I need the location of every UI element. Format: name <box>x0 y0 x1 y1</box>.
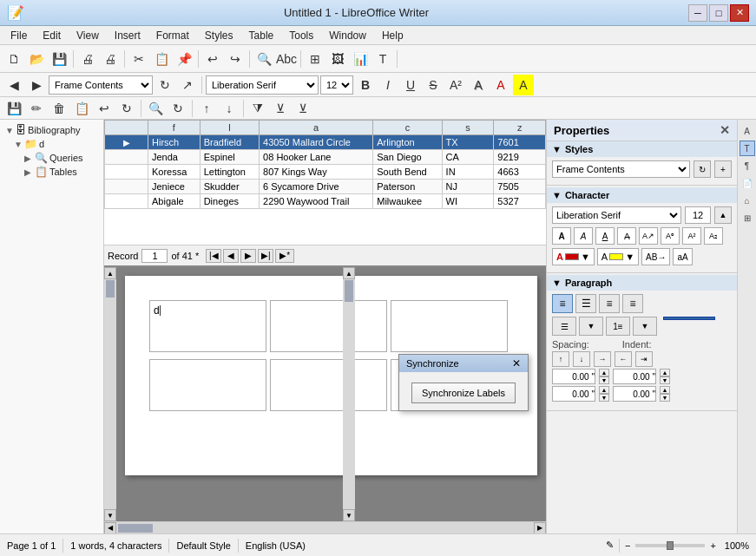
cell-c[interactable]: Paterson <box>373 180 442 194</box>
sync-close-button[interactable]: ✕ <box>512 357 521 370</box>
spacing-below-input[interactable] <box>552 386 595 402</box>
scroll-right-button[interactable]: ▶ <box>534 522 546 534</box>
ol-style-dropdown[interactable]: ▼ <box>633 317 657 336</box>
hscroll-thumb[interactable] <box>118 524 153 533</box>
minimize-button[interactable]: ─ <box>688 4 707 22</box>
cell-s[interactable]: TX <box>442 135 494 150</box>
col-c[interactable]: c <box>373 121 442 135</box>
shadow-button[interactable]: A <box>468 75 489 95</box>
nav-d[interactable]: ▼ 📁 d <box>3 137 100 151</box>
cell-s[interactable]: WI <box>442 194 494 209</box>
sort-desc-button[interactable]: ↓ <box>219 98 240 119</box>
col-f[interactable]: f <box>148 121 201 135</box>
cell-f[interactable]: Koressa <box>148 165 201 180</box>
spacing-above-up[interactable]: ▲ <box>599 369 609 376</box>
fwd-nav-button[interactable]: ▶ <box>26 75 47 95</box>
more-char-button[interactable]: AB→ <box>641 248 670 265</box>
auto-filter-button[interactable]: ⊻ <box>270 98 291 119</box>
cell-z[interactable]: 5327 <box>494 194 546 209</box>
frame-contents-select[interactable]: Frame Contents <box>49 75 153 95</box>
shadow-char-button[interactable]: A↗ <box>639 227 658 245</box>
highlight-color-picker[interactable]: A ▼ <box>597 248 639 265</box>
highlight-button[interactable]: A <box>513 75 534 95</box>
underline-button[interactable]: U <box>400 75 421 95</box>
delete-record-button[interactable]: 🗑 <box>49 98 69 119</box>
col-l[interactable]: l <box>200 121 259 135</box>
zoom-thumb[interactable] <box>667 541 674 550</box>
close-button[interactable]: ✕ <box>730 4 749 22</box>
bold-button[interactable]: B <box>355 75 376 95</box>
refresh-button[interactable]: ↻ <box>154 75 175 95</box>
cell-f[interactable]: Abigale <box>148 194 201 209</box>
scroll-down-button[interactable]: ▼ <box>104 509 116 521</box>
mini-frame-button[interactable]: ⊞ <box>740 210 755 226</box>
spacing-above-input[interactable] <box>552 369 595 384</box>
scroll-bottom-button[interactable]: ▼ <box>343 509 355 521</box>
nav-bibliography[interactable]: ▼ 🗄 Bibliography <box>3 123 100 137</box>
filter-button[interactable]: ⧩ <box>247 98 268 119</box>
cell-a[interactable]: 6 Sycamore Drive <box>260 180 373 194</box>
underline-char-button[interactable]: A <box>595 227 615 245</box>
table-row[interactable]: AbigaleDineges2290 Waywood TrailMilwauke… <box>105 194 546 209</box>
table-row[interactable]: JenieceSkudder6 Sycamore DrivePatersonNJ… <box>105 180 546 194</box>
cell-c[interactable]: San Diego <box>373 150 442 165</box>
cell-f[interactable]: Jeniece <box>148 180 201 194</box>
indent-before-icon[interactable]: → <box>594 351 611 367</box>
styles-section-header[interactable]: ▼ Styles <box>547 141 737 157</box>
menu-styles[interactable]: Styles <box>198 28 240 43</box>
font-color-dropdown[interactable]: ▼ <box>581 252 590 262</box>
table-row[interactable]: JendaEspinel08 Hooker LaneSan DiegoCA921… <box>105 150 546 165</box>
open-button[interactable]: 📂 <box>26 49 47 69</box>
cell-a[interactable]: 2290 Waywood Trail <box>260 194 373 209</box>
record-last-button[interactable]: ▶| <box>258 249 273 263</box>
new-button[interactable]: 🗋 <box>3 49 24 69</box>
sub-char-button[interactable]: A₂ <box>704 227 723 245</box>
indent-after-up[interactable]: ▲ <box>660 386 670 394</box>
cell-f[interactable]: Jenda <box>148 150 201 165</box>
undo-record-button[interactable]: ↩ <box>94 98 115 119</box>
cell-l[interactable]: Bradfield <box>200 135 259 150</box>
cell-l[interactable]: Skudder <box>200 180 259 194</box>
character-section-header[interactable]: ▼ Character <box>547 187 737 203</box>
maximize-button[interactable]: □ <box>709 4 728 22</box>
font-color-button[interactable]: A <box>490 75 511 95</box>
case-button[interactable]: aA <box>673 248 692 265</box>
menu-format[interactable]: Format <box>149 28 196 43</box>
menu-view[interactable]: View <box>69 28 106 43</box>
hscroll-track[interactable] <box>116 522 534 533</box>
indent-after-down[interactable]: ▼ <box>660 394 670 402</box>
highlight-dropdown[interactable]: ▼ <box>625 252 634 262</box>
mini-page-button[interactable]: 📄 <box>740 175 755 191</box>
super-char-button[interactable]: A² <box>682 227 701 245</box>
spacing-below-up[interactable]: ▲ <box>599 386 609 394</box>
cell-l[interactable]: Espinel <box>200 150 259 165</box>
save-record-button[interactable]: 💾 <box>3 98 24 119</box>
styles-new-button[interactable]: + <box>714 160 732 178</box>
cell-c[interactable]: Milwaukee <box>373 194 442 209</box>
menu-tools[interactable]: Tools <box>282 28 320 43</box>
indent-before-input[interactable] <box>613 369 656 384</box>
cell-c[interactable]: Arlington <box>373 135 442 150</box>
vscroll-track[interactable] <box>343 279 355 509</box>
save-button[interactable]: 💾 <box>49 49 69 69</box>
edit-record-button[interactable]: ✏ <box>26 98 47 119</box>
font-name-select[interactable]: Liberation Serif <box>206 75 319 95</box>
print-button[interactable]: 🖨 <box>100 49 121 69</box>
spacing-above-down[interactable]: ▼ <box>599 376 609 384</box>
col-a[interactable]: a <box>260 121 373 135</box>
mini-styles-button[interactable]: A <box>740 123 755 139</box>
nav-tables[interactable]: ▶ 📋 Tables <box>3 165 100 179</box>
mini-char-button[interactable]: T <box>740 141 755 156</box>
char-font-select[interactable]: Liberation Serif <box>552 206 681 224</box>
nav-queries[interactable]: ▶ 🔍 Queries <box>3 151 100 165</box>
cell-l[interactable]: Lettington <box>200 165 259 180</box>
strikethrough-button[interactable]: S <box>423 75 444 95</box>
italic-button[interactable]: I <box>378 75 398 95</box>
print-preview-button[interactable]: 🖨 <box>77 49 98 69</box>
record-first-button[interactable]: |◀ <box>206 249 221 263</box>
first-line-indent-icon[interactable]: ⇥ <box>635 351 653 367</box>
menu-help[interactable]: Help <box>375 28 411 43</box>
redo-button[interactable]: ↪ <box>225 49 246 69</box>
sort-asc-button[interactable]: ↑ <box>196 98 217 119</box>
cell-a[interactable]: 43050 Mallard Circle <box>260 135 373 150</box>
